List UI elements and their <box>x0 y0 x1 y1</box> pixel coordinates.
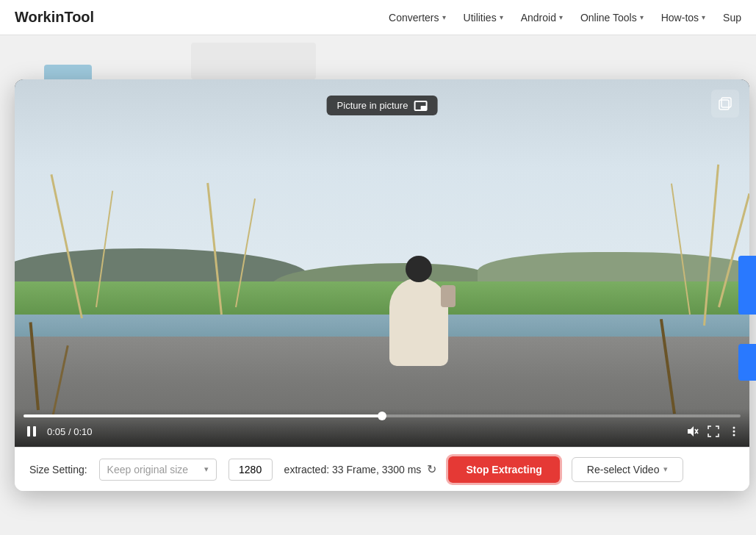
chevron-down-icon: ▾ <box>559 13 563 21</box>
svg-point-8 <box>733 431 735 433</box>
copy-icon <box>717 96 733 112</box>
video-scene <box>15 79 749 447</box>
person-head <box>406 256 432 282</box>
volume-button[interactable] <box>686 425 699 438</box>
navbar: WorkinTool Converters ▾ Utilities ▾ Andr… <box>0 0 756 35</box>
pause-icon <box>25 425 38 438</box>
size-input[interactable] <box>228 459 273 481</box>
page-background: Picture in picture <box>0 35 756 535</box>
svg-point-7 <box>733 427 735 429</box>
chevron-down-icon: ▾ <box>640 13 644 21</box>
fullscreen-icon <box>707 425 720 438</box>
fullscreen-button[interactable] <box>707 425 720 438</box>
svg-point-9 <box>733 434 735 437</box>
video-top-right <box>711 90 739 118</box>
play-pause-button[interactable] <box>24 423 40 439</box>
nav-sup[interactable]: Sup <box>723 12 741 24</box>
volume-icon <box>686 425 699 438</box>
person-bag <box>441 285 456 307</box>
bg-card <box>191 43 316 79</box>
pip-icon <box>414 101 427 111</box>
person-body <box>389 278 448 366</box>
svg-rect-3 <box>33 426 36 437</box>
right-tab-1[interactable] <box>738 256 756 315</box>
svg-rect-2 <box>27 426 30 437</box>
person <box>389 278 448 366</box>
svg-rect-1 <box>721 98 731 107</box>
right-tab-2[interactable] <box>738 344 756 381</box>
more-icon <box>727 425 741 438</box>
refresh-icon[interactable]: ↻ <box>427 462 436 476</box>
nav-how-tos[interactable]: How-tos ▾ <box>661 12 705 24</box>
reselect-video-button[interactable]: Re-select Video ▾ <box>572 457 684 482</box>
nav-utilities[interactable]: Utilities ▾ <box>464 12 503 24</box>
nav-converters[interactable]: Converters ▾ <box>389 12 445 24</box>
chevron-down-icon: ▾ <box>442 13 446 21</box>
chevron-down-icon: ▾ <box>500 13 503 21</box>
chevron-down-icon: ▾ <box>204 464 209 474</box>
nav-links: Converters ▾ Utilities ▾ Android ▾ Onlin… <box>389 12 741 24</box>
controls-row: 0:05 / 0:10 <box>24 423 741 439</box>
stop-extracting-button[interactable]: Stop Extracting <box>448 456 559 483</box>
logo[interactable]: WorkinTool <box>15 9 94 26</box>
size-setting-label: Size Setting: <box>29 464 87 475</box>
nav-online-tools[interactable]: Online Tools ▾ <box>580 12 644 24</box>
extracted-info: extracted: 33 Frame, 3300 ms ↻ <box>284 462 437 476</box>
progress-thumb <box>378 412 386 420</box>
video-player[interactable]: Picture in picture <box>15 79 749 447</box>
bottom-bar: Size Setting: Keep original size ▾ extra… <box>15 447 749 491</box>
video-controls: 0:05 / 0:10 <box>15 409 749 447</box>
size-dropdown[interactable]: Keep original size ▾ <box>99 459 217 481</box>
progress-fill <box>24 414 382 417</box>
svg-marker-4 <box>688 426 694 437</box>
chevron-down-icon: ▾ <box>663 464 668 474</box>
video-modal: Picture in picture <box>15 79 749 491</box>
time-display: 0:05 / 0:10 <box>47 426 92 437</box>
more-options-button[interactable] <box>727 425 741 438</box>
progress-bar[interactable] <box>24 414 741 417</box>
pip-tooltip: Picture in picture <box>327 96 438 115</box>
nav-android[interactable]: Android ▾ <box>521 12 563 24</box>
chevron-down-icon: ▾ <box>702 13 705 21</box>
copy-button[interactable] <box>711 90 739 118</box>
